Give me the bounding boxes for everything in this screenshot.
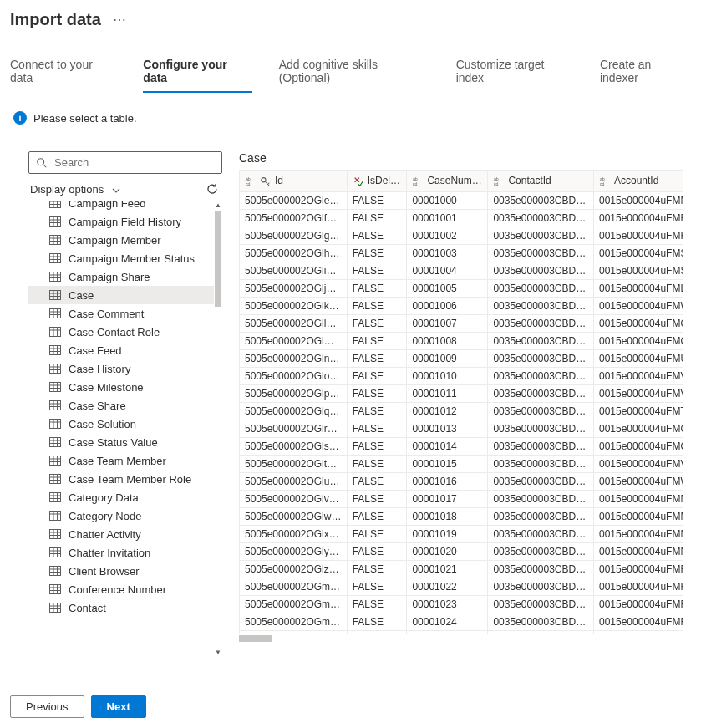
sidebar-item-case[interactable]: Case <box>28 286 214 304</box>
table-row[interactable]: 5005e000002OGlmAAGFALSE000010080035e0000… <box>240 333 684 350</box>
tab-step-2[interactable]: Add cognitive skills (Optional) <box>279 53 429 93</box>
tab-step-0[interactable]: Connect to your data <box>10 53 116 93</box>
cell-id: 5005e000002OGloAAG <box>240 368 348 385</box>
table-row[interactable]: 5005e000002OGm1A...FALSE000010230035e000… <box>240 596 684 613</box>
column-header-contactid[interactable]: abcdContactId <box>488 171 594 192</box>
table-row[interactable]: 5005e000002OGlxAAGFALSE000010190035e0000… <box>240 526 684 543</box>
cell-id: 5005e000002OGlwAAG <box>240 508 348 526</box>
sidebar-item-case-feed[interactable]: Case Feed <box>28 341 214 359</box>
cell-del: FALSE <box>347 526 407 543</box>
table-row[interactable]: 5005e000002OGm0A...FALSE000010220035e000… <box>240 578 684 596</box>
cell-del: FALSE <box>347 333 407 350</box>
table-icon <box>48 491 62 504</box>
sidebar-item-campaign-member[interactable]: Campaign Member <box>28 231 214 249</box>
table-row[interactable]: 5005e000002OGlrAAGFALSE000010130035e0000… <box>240 420 684 438</box>
cell-cn: 00001003 <box>407 245 488 262</box>
sidebar-item-case-contact-role[interactable]: Case Contact Role <box>28 323 214 341</box>
scroll-thumb[interactable] <box>215 211 221 307</box>
table-row[interactable]: 5005e000002OGlgAAGFALSE000010020035e0000… <box>240 227 684 245</box>
table-icon <box>48 270 62 283</box>
sidebar-item-case-share[interactable]: Case Share <box>28 396 214 415</box>
cell-del: FALSE <box>347 280 407 298</box>
cell-cn: 00001007 <box>407 315 488 333</box>
sidebar-item-campaign-share[interactable]: Campaign Share <box>28 267 214 286</box>
cell-del: FALSE <box>347 315 407 333</box>
sidebar-scrollbar[interactable]: ▲ ▼ <box>214 201 222 656</box>
search-input[interactable] <box>53 155 215 170</box>
cell-del: FALSE <box>347 210 407 227</box>
sidebar-item-campaign-field-history[interactable]: Campaign Field History <box>28 212 214 231</box>
tab-step-4[interactable]: Create an indexer <box>600 53 691 93</box>
table-row[interactable]: 5005e000002OGlpAAGFALSE000010110035e0000… <box>240 385 684 403</box>
table-row[interactable]: 5005e000002OGljAAGFALSE000010050035e0000… <box>240 280 684 298</box>
sidebar-item-case-status-value[interactable]: Case Status Value <box>28 433 214 451</box>
scroll-up-icon[interactable]: ▲ <box>214 201 222 209</box>
tab-step-3[interactable]: Customize target index <box>456 53 573 93</box>
sidebar-item-campaign-member-status[interactable]: Campaign Member Status <box>28 249 214 267</box>
search-input-wrapper[interactable] <box>28 151 222 174</box>
sidebar-item-case-team-member-role[interactable]: Case Team Member Role <box>28 470 214 488</box>
cell-del: FALSE <box>347 350 407 368</box>
table-row[interactable]: 5005e000002OGlfAAGFALSE000010010035e0000… <box>240 210 684 227</box>
refresh-icon[interactable] <box>206 182 219 196</box>
svg-rect-52 <box>50 383 61 392</box>
table-icon <box>48 509 62 522</box>
cell-contact: 0035e000003CBDSAA4 <box>488 526 594 543</box>
sidebar-item-category-data[interactable]: Category Data <box>28 488 214 507</box>
cell-id: 5005e000002OGlfAAG <box>240 210 348 227</box>
table-row[interactable]: 5005e000002OGlvAAGFALSE000010170035e0000… <box>240 491 684 508</box>
table-row[interactable]: 5005e000002OGlwAAGFALSE000010180035e0000… <box>240 508 684 526</box>
sidebar-item-contact[interactable]: Contact <box>28 598 214 617</box>
previous-button[interactable]: Previous <box>10 695 84 718</box>
sidebar-item-conference-number[interactable]: Conference Number <box>28 580 214 598</box>
cell-id: 5005e000002OGlqAAG <box>240 403 348 420</box>
table-row[interactable]: 5005e000002OGliAAGFALSE000010040035e0000… <box>240 262 684 280</box>
h-scroll-thumb[interactable] <box>239 635 272 642</box>
svg-rect-87 <box>50 512 61 521</box>
sidebar-item-campaign-feed[interactable]: Campaign Feed <box>28 201 214 212</box>
cell-cn: 00001018 <box>407 508 488 526</box>
column-header-id[interactable]: abcdId <box>240 171 348 192</box>
sidebar-item-case-history[interactable]: Case History <box>28 359 214 378</box>
cell-account: 0015e000004uFMVAA2 <box>593 368 683 385</box>
sidebar-item-case-team-member[interactable]: Case Team Member <box>28 451 214 470</box>
sidebar-item-case-milestone[interactable]: Case Milestone <box>28 378 214 396</box>
sidebar-item-category-node[interactable]: Category Node <box>28 507 214 525</box>
table-row[interactable]: 5005e000002OGm2A...FALSE000010240035e000… <box>240 613 684 631</box>
table-row[interactable]: 5005e000002OGlhAAGFALSE000010030035e0000… <box>240 245 684 262</box>
column-header-accountid[interactable]: abcdAccountId <box>593 171 683 192</box>
sidebar-item-chatter-activity[interactable]: Chatter Activity <box>28 525 214 543</box>
table-row[interactable]: 5005e000002OGlzAAGFALSE000010210035e0000… <box>240 561 684 578</box>
table-row[interactable]: 5005e000002OGltAAGFALSE000010150035e0000… <box>240 456 684 473</box>
svg-rect-112 <box>50 603 61 613</box>
cell-id: 5005e000002OGljAAG <box>240 280 348 298</box>
cell-del: FALSE <box>347 543 407 561</box>
column-header-casenumber[interactable]: abcdCaseNumber <box>407 171 488 192</box>
table-row[interactable]: 5005e000002OGlnAAGFALSE000010090035e0000… <box>240 350 684 368</box>
table-row[interactable]: 5005e000002OGlyAAGFALSE000010200035e0000… <box>240 543 684 561</box>
scroll-down-icon[interactable]: ▼ <box>214 648 222 656</box>
tab-step-1[interactable]: Configure your data <box>143 53 251 93</box>
cell-del: FALSE <box>347 508 407 526</box>
table-row[interactable]: 5005e000002OGluAAGFALSE000010160035e0000… <box>240 473 684 491</box>
cell-account: 0015e000004uFMWA... <box>593 298 683 315</box>
sidebar-item-client-browser[interactable]: Client Browser <box>28 562 214 580</box>
sidebar-item-case-solution[interactable]: Case Solution <box>28 415 214 433</box>
table-h-scrollbar[interactable] <box>239 634 683 643</box>
table-row[interactable]: 5005e000002OGlsAAGFALSE000010140035e0000… <box>240 438 684 456</box>
sidebar-item-case-comment[interactable]: Case Comment <box>28 304 214 323</box>
table-row[interactable]: 5005e000002OGlqAAGFALSE000010120035e0000… <box>240 403 684 420</box>
sidebar-item-label: Case Status Value <box>69 436 158 449</box>
cell-account: 0015e000004uFMQA... <box>593 333 683 350</box>
table-row[interactable]: 5005e000002OGllAAGFALSE000010070035e0000… <box>240 315 684 333</box>
more-menu-icon[interactable]: ⋯ <box>113 12 126 28</box>
table-row[interactable]: 5005e000002OGleAAGFALSE000010000035e0000… <box>240 192 684 210</box>
svg-text:cd: cd <box>600 181 605 186</box>
table-row[interactable]: 5005e000002OGloAAGFALSE000010100035e0000… <box>240 368 684 385</box>
display-options-toggle[interactable]: Display options <box>30 183 120 196</box>
table-row[interactable]: 5005e000002OGlkAAGFALSE000010060035e0000… <box>240 298 684 315</box>
svg-rect-97 <box>50 548 61 557</box>
sidebar-item-chatter-invitation[interactable]: Chatter Invitation <box>28 543 214 562</box>
column-header-isdeleted[interactable]: IsDeleted <box>347 171 407 192</box>
next-button[interactable]: Next <box>91 695 146 718</box>
